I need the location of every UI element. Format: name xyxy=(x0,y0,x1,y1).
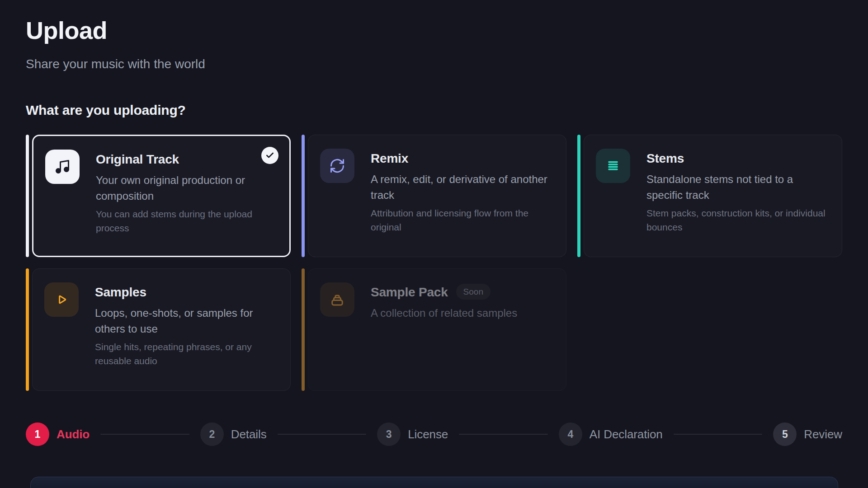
card-title: Original Track xyxy=(96,151,275,168)
card-note: Single hits, repeating phrases, or any r… xyxy=(95,340,274,368)
selected-check-icon xyxy=(261,147,278,164)
stems-card: Stems Standalone stems not tied to a spe… xyxy=(584,135,842,257)
step-number: 5 xyxy=(773,422,797,446)
card-description: Your own original production or composit… xyxy=(96,172,275,204)
refresh-icon xyxy=(320,149,354,183)
step-number: 2 xyxy=(200,422,224,446)
accent-bar xyxy=(26,135,29,257)
step-label: License xyxy=(408,427,448,441)
step-audio[interactable]: 1 Audio xyxy=(26,422,90,446)
accent-bar xyxy=(302,268,305,391)
card-title: Stems xyxy=(646,150,826,167)
upload-type-stems[interactable]: Stems Standalone stems not tied to a spe… xyxy=(577,135,842,257)
original-track-card: Original Track Your own original product… xyxy=(32,135,291,257)
step-connector xyxy=(459,434,548,435)
upload-type-remix[interactable]: Remix A remix, edit, or derivative of an… xyxy=(302,135,566,257)
samples-card: Samples Loops, one-shots, or samples for… xyxy=(32,268,291,391)
card-description: A remix, edit, or derivative of another … xyxy=(371,171,550,203)
play-icon xyxy=(44,282,79,317)
accent-bar xyxy=(577,135,580,257)
card-title: Samples xyxy=(95,284,274,300)
step-number: 4 xyxy=(559,422,582,446)
card-note: Attribution and licensing flow from the … xyxy=(371,206,550,234)
step-connector xyxy=(100,434,189,435)
accent-bar xyxy=(26,268,29,391)
step-label: Details xyxy=(231,427,267,441)
stack-lines-icon xyxy=(596,149,630,183)
accent-bar xyxy=(302,135,305,257)
page-subtitle: Share your music with the world xyxy=(26,56,842,72)
step-license[interactable]: 3 License xyxy=(377,422,448,446)
step-label: Audio xyxy=(57,427,90,441)
upload-type-sample-pack: Sample Pack Soon A collection of related… xyxy=(302,268,566,391)
remix-card: Remix A remix, edit, or derivative of an… xyxy=(308,135,566,257)
card-title: Remix xyxy=(371,150,550,167)
step-number: 3 xyxy=(377,422,401,446)
upload-stepper: 1 Audio 2 Details 3 License 4 AI Declara… xyxy=(26,422,842,446)
card-description: Loops, one-shots, or samples for others … xyxy=(95,305,274,337)
soon-badge: Soon xyxy=(456,284,491,300)
step-label: Review xyxy=(804,427,842,441)
card-description: Standalone stems not tied to a specific … xyxy=(646,171,826,203)
step-number: 1 xyxy=(26,422,49,446)
upload-page: Upload Share your music with the world W… xyxy=(0,0,868,446)
card-description: A collection of related samples xyxy=(371,305,517,321)
upload-panel-edge xyxy=(30,477,838,488)
step-connector xyxy=(674,434,763,435)
step-details[interactable]: 2 Details xyxy=(200,422,267,446)
upload-type-grid: Original Track Your own original product… xyxy=(26,135,842,391)
upload-type-samples[interactable]: Samples Loops, one-shots, or samples for… xyxy=(26,268,291,391)
music-note-icon xyxy=(45,150,80,184)
page-title: Upload xyxy=(26,16,842,44)
section-heading: What are you uploading? xyxy=(26,102,842,118)
card-note: Stem packs, construction kits, or indivi… xyxy=(646,206,826,234)
step-label: AI Declaration xyxy=(590,427,663,441)
step-connector xyxy=(278,434,367,435)
card-title: Sample Pack xyxy=(371,284,448,300)
sample-pack-card: Sample Pack Soon A collection of related… xyxy=(308,268,566,391)
step-review[interactable]: 5 Review xyxy=(773,422,842,446)
step-ai-declaration[interactable]: 4 AI Declaration xyxy=(559,422,663,446)
card-note: You can add stems during the upload proc… xyxy=(96,207,275,235)
stacked-boxes-icon xyxy=(320,282,354,317)
upload-type-original-track[interactable]: Original Track Your own original product… xyxy=(26,135,291,257)
